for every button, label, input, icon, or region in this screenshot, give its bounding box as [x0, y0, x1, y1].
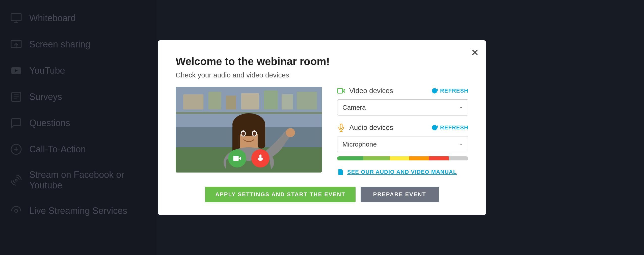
svg-rect-22 [297, 92, 317, 109]
video-device-header: Video devices REFRESH [337, 87, 468, 95]
modal-footer: APPLY SETTINGS AND START THE EVENT PREPA… [176, 187, 468, 202]
camera-icon [233, 154, 241, 163]
audio-video-manual-link[interactable]: SEE OUR AUDIO AND VIDEO MANUAL [337, 168, 468, 176]
audio-refresh-icon [431, 124, 438, 131]
audio-refresh-button[interactable]: REFRESH [431, 124, 468, 131]
svg-rect-21 [282, 94, 293, 109]
svg-rect-20 [264, 91, 278, 109]
manual-link-icon [337, 168, 344, 176]
video-preview [176, 87, 322, 173]
microphone-select[interactable]: Microphone [337, 136, 468, 152]
audio-device-title: Audio devices [349, 124, 393, 132]
video-controls [228, 149, 270, 167]
prepare-event-button[interactable]: PREPARE EVENT [361, 187, 439, 202]
modal-dialog: × Welcome to the webinar room! Check you… [158, 40, 486, 215]
video-device-icon [337, 87, 345, 95]
close-button[interactable]: × [471, 46, 478, 59]
apply-settings-button[interactable]: APPLY SETTINGS AND START THE EVENT [205, 187, 355, 202]
svg-rect-39 [337, 88, 342, 93]
svg-rect-36 [233, 156, 238, 161]
manual-link-text: SEE OUR AUDIO AND VIDEO MANUAL [347, 169, 457, 175]
modal-subtitle: Check your audio and video devices [176, 71, 468, 79]
audio-refresh-label: REFRESH [440, 124, 468, 131]
audio-device-label: Audio devices [337, 124, 393, 132]
devices-panel: Video devices REFRESH Camera [337, 87, 468, 176]
modal-overlay: × Welcome to the webinar room! Check you… [0, 0, 644, 255]
video-refresh-button[interactable]: REFRESH [431, 87, 468, 94]
svg-point-31 [241, 132, 245, 136]
svg-rect-19 [241, 93, 259, 109]
audio-device-header: Audio devices REFRESH [337, 124, 468, 132]
svg-rect-18 [226, 96, 236, 109]
svg-rect-28 [258, 123, 265, 149]
svg-rect-17 [208, 92, 221, 109]
video-toggle-button[interactable] [228, 149, 246, 167]
video-device-title: Video devices [349, 87, 393, 95]
svg-rect-16 [183, 94, 203, 109]
video-device-section: Video devices REFRESH Camera [337, 87, 468, 116]
video-device-label: Video devices [337, 87, 393, 95]
refresh-icon [431, 87, 438, 94]
audio-device-icon [337, 124, 345, 132]
modal-body: Video devices REFRESH Camera [176, 87, 468, 176]
svg-point-32 [253, 132, 256, 136]
microphone-icon [256, 154, 265, 163]
svg-point-35 [286, 128, 295, 137]
camera-select[interactable]: Camera [337, 99, 468, 116]
audio-device-section: Audio devices REFRESH Microphone [337, 124, 468, 160]
video-refresh-label: REFRESH [440, 88, 468, 94]
audio-level-bar [337, 156, 468, 160]
mic-toggle-button[interactable] [251, 149, 270, 167]
modal-title: Welcome to the webinar room! [176, 55, 468, 68]
